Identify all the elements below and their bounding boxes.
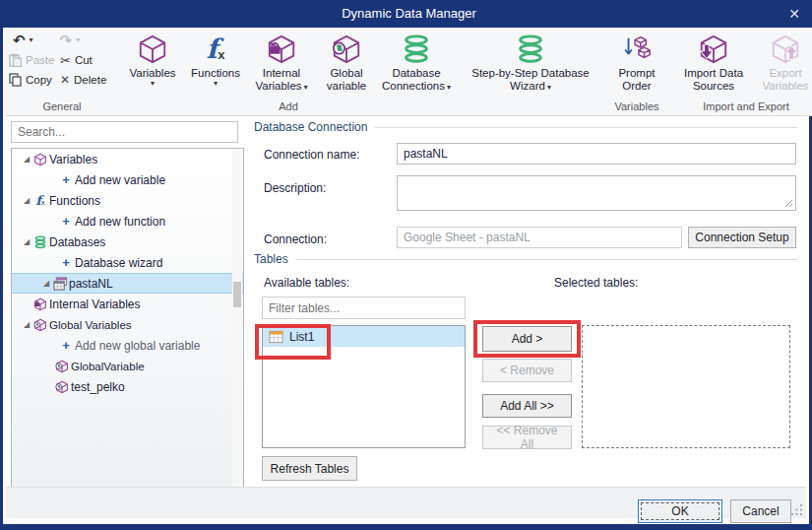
- database-connections-button[interactable]: Database Connections▾: [377, 30, 456, 94]
- import-data-sources-label: Import Data Sources: [684, 67, 743, 93]
- internal-variables-button[interactable]: Internal Variables▾: [247, 30, 316, 94]
- connection-string-input[interactable]: [397, 227, 682, 248]
- list-item-list1[interactable]: List1: [263, 326, 465, 347]
- global-variable-globe-cube-icon: [31, 318, 49, 332]
- internal-variables-label: Internal Variables: [255, 67, 301, 92]
- tree-item-label: Add new function: [75, 215, 165, 229]
- tree-item-variables[interactable]: ◢ Variables: [12, 149, 243, 169]
- available-tables-label: Available tables:: [264, 276, 349, 290]
- delete-label: Delete: [74, 74, 106, 86]
- redo-icon: ↷: [60, 33, 73, 48]
- remove-button[interactable]: < Remove: [482, 359, 572, 382]
- expander-icon[interactable]: ◢: [22, 196, 31, 205]
- group-title: Database Connection: [254, 120, 367, 134]
- add-button[interactable]: Add >: [482, 326, 572, 352]
- refresh-tables-button[interactable]: Refresh Tables: [262, 456, 357, 481]
- internal-variable-lock-cube-icon: [266, 32, 297, 67]
- export-icon-disabled: [770, 32, 801, 67]
- prompt-order-icon: [621, 32, 653, 67]
- prompt-order-button[interactable]: Prompt Order: [605, 30, 668, 93]
- expander-icon[interactable]: ◢: [22, 237, 31, 246]
- global-variable-globe-cube-icon: [53, 380, 71, 394]
- tree-item-label: Databases: [49, 235, 105, 249]
- search-input[interactable]: [11, 121, 238, 143]
- export-variables-label: Export Variables: [762, 67, 808, 93]
- delete-icon: ✕: [60, 73, 70, 87]
- paste-button[interactable]: Paste: [9, 53, 60, 67]
- description-textarea[interactable]: [397, 175, 796, 211]
- resize-grip-icon[interactable]: [791, 504, 803, 516]
- global-variable-globe-cube-icon: [53, 360, 71, 373]
- variables-button[interactable]: Variables ▾: [121, 30, 184, 88]
- ribbon-group-general-label: General: [42, 99, 81, 115]
- close-icon[interactable]: ✕: [783, 4, 805, 24]
- tree-item-databases[interactable]: ◢ Databases: [12, 232, 243, 252]
- table-icon: [269, 330, 283, 344]
- step-by-step-database-wizard-button[interactable]: Step-by-Step Database Wizard▾: [462, 30, 599, 94]
- functions-button[interactable]: fx Functions ▾: [184, 30, 247, 88]
- plus-icon: +: [57, 172, 75, 187]
- tree-item-label: Functions: [49, 194, 100, 208]
- remove-all-button[interactable]: << Remove All: [482, 426, 572, 449]
- cancel-button[interactable]: Cancel: [730, 499, 791, 523]
- tree-item-pastanl[interactable]: ◢ pastaNL: [12, 273, 243, 294]
- global-variable-button[interactable]: Global variable: [316, 30, 377, 93]
- tree-item-functions[interactable]: ◢ fx Functions: [12, 190, 243, 211]
- cut-label: Cut: [75, 54, 93, 66]
- resize-grip-icon[interactable]: [784, 199, 793, 208]
- expander-icon[interactable]: ◢: [41, 279, 51, 288]
- tree-item-label: GlobalVariable: [71, 361, 145, 372]
- tree-item-label: Variables: [49, 153, 97, 166]
- plus-icon: +: [57, 214, 75, 229]
- copy-button[interactable]: Copy: [9, 73, 60, 87]
- undo-button[interactable]: ↶▾: [13, 33, 33, 48]
- tree-item-globalvariable[interactable]: GlobalVariable: [12, 356, 243, 376]
- tree-item-label: Global Variables: [49, 319, 132, 331]
- cut-icon: ✂: [60, 53, 71, 68]
- database-table-icon: [51, 277, 69, 291]
- cut-button[interactable]: ✂ Cut: [60, 53, 115, 68]
- window-title: Dynamic Data Manager: [342, 6, 476, 21]
- dropdown-arrow-icon: ▾: [547, 83, 551, 92]
- tree-item-add-new-global-variable[interactable]: + Add new global variable: [12, 335, 243, 356]
- ribbon-group-variables-label: Variables: [614, 99, 658, 115]
- group-title: Tables: [254, 252, 288, 266]
- data-source-tree: ◢ Variables + Add new variable ◢ fx Func…: [11, 148, 244, 497]
- add-all-button[interactable]: Add All >>: [482, 394, 572, 418]
- function-icon: fx: [31, 193, 49, 208]
- filter-tables-input[interactable]: [262, 297, 466, 319]
- ribbon-group-import-export-label: Import and Export: [703, 99, 788, 115]
- paste-icon: [9, 53, 22, 67]
- expander-icon[interactable]: ◢: [22, 155, 31, 164]
- tree-item-database-wizard[interactable]: + Database wizard: [12, 252, 243, 273]
- tree-item-global-variables[interactable]: ◢ Global Variables: [12, 314, 243, 335]
- import-data-sources-button[interactable]: Import Data Sources: [674, 30, 753, 93]
- selected-tables-list[interactable]: [582, 325, 790, 448]
- variable-cube-icon: [31, 153, 49, 166]
- redo-button[interactable]: ↷▾: [60, 33, 81, 48]
- connection-setup-button[interactable]: Connection Setup: [688, 227, 796, 248]
- scrollbar-thumb[interactable]: [233, 282, 241, 307]
- tree-item-test-pelko[interactable]: test_pelko: [12, 376, 243, 397]
- expander-icon[interactable]: ◢: [22, 320, 31, 329]
- ribbon-toolbar: ↶▾ ↷▾ Paste ✂ Cut Copy: [6, 28, 812, 116]
- connection-name-input[interactable]: [397, 143, 796, 165]
- available-tables-list[interactable]: List1: [262, 325, 466, 448]
- export-variables-button[interactable]: Export Variables: [753, 30, 812, 93]
- ribbon-group-add: Variables ▾ fx Functions ▾ Internal Vari…: [118, 28, 459, 115]
- tree-item-internal-variables[interactable]: Internal Variables: [12, 294, 243, 314]
- copy-icon: [9, 73, 22, 87]
- delete-button[interactable]: ✕ Delete: [60, 73, 115, 87]
- tree-item-label: pastaNL: [69, 277, 113, 291]
- database-icon: [401, 32, 432, 67]
- tree-item-add-new-function[interactable]: + Add new function: [12, 211, 243, 232]
- tree-item-add-new-variable[interactable]: + Add new variable: [12, 169, 243, 190]
- ok-button[interactable]: OK: [638, 499, 722, 523]
- description-label: Description:: [264, 181, 326, 195]
- ribbon-group-variables: Prompt Order Variables: [602, 28, 671, 115]
- database-wizard-icon: [515, 32, 546, 67]
- ribbon-group-general: ↶▾ ↷▾ Paste ✂ Cut Copy: [6, 28, 118, 115]
- tree-scrollbar[interactable]: [232, 150, 242, 496]
- function-icon: fx: [207, 32, 225, 67]
- tree-item-label: Internal Variables: [49, 298, 141, 311]
